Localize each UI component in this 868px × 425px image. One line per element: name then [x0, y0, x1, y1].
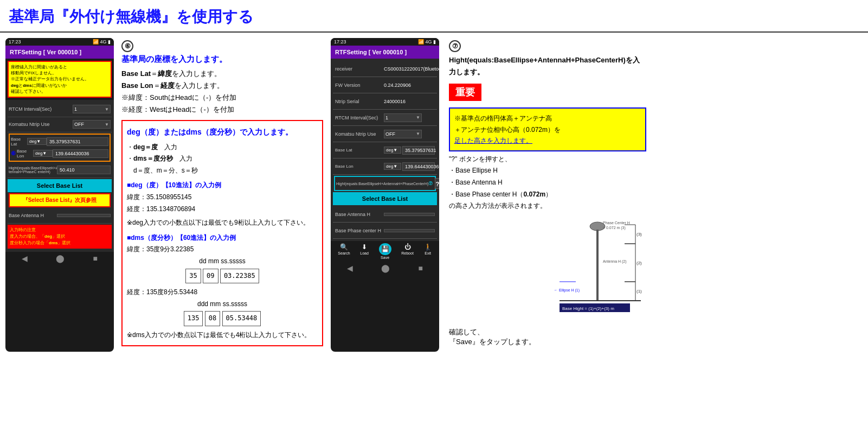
phone2-fw-value: 0.24.220906: [384, 83, 411, 88]
phone2-nav-load[interactable]: ⬇ Load: [360, 243, 369, 259]
step6-dms-lat-box35: 35: [185, 269, 201, 284]
phone2-komatsu-select[interactable]: OFF ▼: [384, 130, 422, 138]
phone1-rtcm-select[interactable]: 1 ▼: [73, 105, 111, 113]
step6-circle: ⑥: [121, 40, 133, 52]
phone2-base-antenna-label: Base Antenna H: [335, 212, 384, 217]
phone1-lat-deg-select[interactable]: deg ▼: [27, 138, 47, 145]
phone2-lon-deg-val: deg: [386, 164, 393, 169]
phone2-base-phase-input[interactable]: [384, 229, 435, 232]
phone1-lat-value[interactable]: 35.379537631: [47, 137, 108, 146]
step7-note-line2: ＋アンテナ位相中心高（0.072m）を: [454, 124, 641, 135]
phone1-komatsu-label: Komatsu Ntrip Use: [9, 122, 73, 127]
phone2-base-lon-row: Base Lon deg ▼ 139.644430036: [333, 158, 437, 175]
phone2-nav-reboot[interactable]: ⏻ Reboot: [401, 243, 414, 259]
search-icon: 🔍: [340, 243, 348, 251]
phone1-icons: 📶 4G ▮: [93, 39, 111, 45]
svg-text:Base Hight = (1)+(2)+(3) m: Base Hight = (1)+(2)+(3) m: [562, 306, 614, 311]
phone1-note-line3: 度分秒入力の場合「dms」選択: [10, 240, 110, 246]
phone2-ntrip-row: Ntrip Serial 24000016: [333, 93, 437, 110]
phone2-lat-deg-arrow: ▼: [393, 148, 397, 153]
phone2-base-lat-label: Base Lat: [335, 148, 384, 153]
step6-box-title: deg（度）またはdms（度分秒）で入力します。: [127, 125, 318, 139]
phone2-receiver-value: CS000312220017(Bluetooth): [384, 66, 439, 72]
phone2-time: 17:23: [334, 39, 346, 45]
phone1-note-line1: 入力時の注意: [10, 227, 110, 233]
phone2-lat-value[interactable]: 35.379537631: [402, 146, 435, 155]
phone2-nav-search[interactable]: 🔍 Search: [338, 243, 350, 259]
phone2-lat-deg-select[interactable]: deg ▼: [384, 147, 401, 154]
phone1-lon-deg-select[interactable]: deg ▼: [33, 150, 53, 157]
phone2-rtcm-select[interactable]: 1 ▼: [384, 113, 422, 122]
phone1-komatsu-select[interactable]: OFF ▼: [73, 120, 111, 129]
phone2-nav-exit-label: Exit: [425, 251, 431, 255]
phone2-nav-exit[interactable]: 🚶 Exit: [424, 243, 432, 259]
phone2-rtcm-value: 1: [385, 115, 388, 120]
phone1-header: RTFSetting [ Ver 000010 ]: [5, 46, 114, 59]
phone1-lat-deg-val: deg: [29, 139, 36, 144]
phone2-nav-back: ◀: [347, 264, 353, 272]
phone1-circle6: ⑥: [11, 150, 16, 156]
phone2-nav-save[interactable]: 💾 Save: [379, 243, 391, 259]
phone2-ntrip-label: Ntrip Serial: [335, 99, 384, 104]
phone1-rtcm-value: 1: [74, 106, 77, 112]
phone1-base-lat-label: Base Lat: [11, 137, 27, 147]
phone1-bottom-nav: ◀ ⬤ ■: [5, 252, 114, 265]
phone2-komatsu-label: Komatsu Ntrip Use: [335, 131, 384, 137]
phone1-nav-square: ■: [93, 254, 97, 263]
phone1-nav-home: ⬤: [56, 254, 65, 263]
step6-line4: ※経度：WestはHeadに（-）を付加: [121, 104, 323, 116]
phone1-select-base-btn[interactable]: Select Base List: [8, 179, 112, 192]
exit-icon: 🚶: [424, 243, 432, 251]
step7-q-item2: ・Base Antenna H: [449, 177, 646, 189]
step7-q-item4: の高さ入力方法が表示されます。: [449, 200, 646, 212]
phone-screenshot-left: 17:23 📶 4G ▮ RTFSetting [ Ver 000010 ] 座…: [5, 38, 114, 352]
step6-deg-lat: 緯度：35.1508955145: [127, 192, 318, 204]
phone2-lon-value[interactable]: 139.644430036: [402, 162, 435, 171]
svg-text:(1): (1): [636, 289, 642, 294]
phone2-question-btn[interactable]: ?: [435, 178, 439, 189]
phone1-lon-value[interactable]: 139.644430036: [53, 149, 108, 158]
phone2-select-base-btn[interactable]: Select Base List: [333, 192, 437, 205]
phone1-warning-line3: ※正常な補正データ出力を行いません。: [11, 76, 108, 82]
phone1-warning-box: 座標値入力に間違いがあると 移動局でFIXしません。 ※正常な補正データ出力を行…: [8, 61, 112, 98]
step6-line2: Base Lon＝経度を入力します。: [121, 80, 323, 92]
step6-dms-lat-box22: 03.22385: [220, 269, 259, 284]
phone2-nav-save-label: Save: [381, 256, 389, 259]
step6-deg-title: ■deg（度）【10進法】の入力例: [127, 180, 318, 192]
step6-dms-lat-box09: 09: [203, 269, 218, 284]
step6-deg-note: ※deg入力での小数点以下は最低でも9桁以上入力して下さい。: [127, 217, 318, 229]
step7-header: ⑦: [449, 40, 646, 52]
phone2-body: receiver CS000312220017(Bluetooth) FW Ve…: [331, 59, 439, 241]
step6-deg-section: ■deg（度）【10進法】の入力例 緯度：35.1508955145 経度：13…: [127, 180, 318, 229]
step6-dms-lat-text: 緯度：35度9分3.22385: [127, 244, 318, 256]
phone2-base-antenna-input[interactable]: [384, 213, 435, 216]
phone1-hight-value[interactable]: 50.410: [57, 166, 111, 174]
phone2-receiver-row: receiver CS000312220017(Bluetooth): [333, 61, 437, 77]
step6-title: 基準局の座標を入力します。: [121, 54, 323, 65]
step7-important-box: 重要: [449, 84, 481, 101]
reboot-icon: ⏻: [404, 243, 411, 251]
phone2-receiver-label: receiver: [335, 66, 384, 72]
svg-text:Phase Center H: Phase Center H: [603, 221, 630, 225]
step6-line1: Base Lat＝緯度を入力します。: [121, 68, 323, 80]
phone2-base-phase-row: Base Phase center H: [333, 223, 437, 239]
phone1-hight-label: Hight(equals:BaseEllipseH+An tennaH+Phas…: [9, 166, 57, 174]
svg-text:← Ellipse H (1): ← Ellipse H (1): [554, 288, 580, 293]
phone2-nav-square: ■: [418, 264, 422, 272]
step6-header: ⑥: [121, 40, 323, 52]
phone2-header: RTFSetting [ Ver 000010 ]: [331, 46, 439, 59]
svg-rect-8: [596, 230, 599, 300]
phone1-hight-row: Hight(equals:BaseEllipseH+An tennaH+Phas…: [8, 163, 112, 178]
step7-q-items: ・Base Ellipse H ・Base Antenna H ・Base Ph…: [449, 165, 646, 212]
phone2-fw-label: FW Version: [335, 83, 384, 88]
phone2-komatsu-row: Komatsu Ntrip Use OFF ▼: [333, 126, 437, 142]
phone2-icons: 📶 4G ▮: [418, 39, 436, 45]
phone1-rtcm-label: RTCM Interval(Sec): [9, 106, 73, 112]
phone2-komatsu-arrow: ▼: [416, 131, 420, 136]
phone1-base-lat-row: Base Lat deg ▼ 35.379537631: [11, 137, 108, 147]
step6-item1: ・deg＝度 入力: [127, 142, 318, 154]
phone2-bottom-nav: 🔍 Search ⬇ Load 💾 Save ⏻ Reboot 🚶 Exit: [331, 241, 439, 262]
load-icon: ⬇: [362, 243, 367, 251]
phone1-base-antenna-input[interactable]: [57, 214, 111, 217]
phone2-lon-deg-select[interactable]: deg ▼: [384, 163, 401, 170]
